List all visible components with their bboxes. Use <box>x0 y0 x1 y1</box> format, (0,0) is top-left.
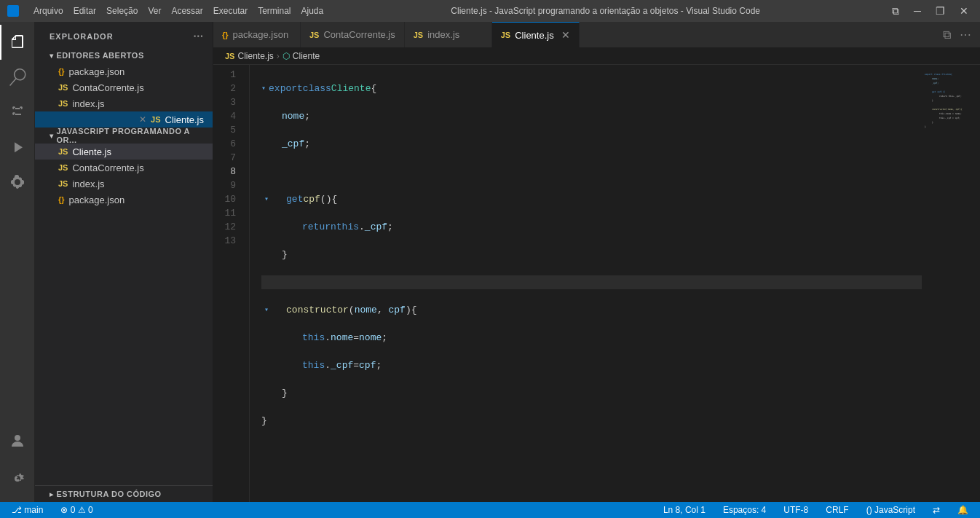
open-editor-index[interactable]: JS index.js <box>35 95 213 111</box>
warning-icon: ⚠ <box>78 505 86 515</box>
tab-bar: {} package.json JS ContaCorrente.js JS i… <box>213 22 980 47</box>
close-icon[interactable]: ✕ <box>139 114 146 125</box>
sidebar-file-contacorrente[interactable]: JS ContaCorrente.js <box>35 160 213 176</box>
status-format-icon[interactable]: ⇄ <box>930 505 943 515</box>
activity-explorer[interactable] <box>0 25 35 60</box>
status-encoding[interactable]: UTF-8 <box>781 505 811 515</box>
status-errors[interactable]: ⊗ 0 ⚠ 0 <box>58 505 95 515</box>
sidebar-file-index[interactable]: JS index.js <box>35 176 213 192</box>
project-arrow: ▾ <box>50 132 54 140</box>
activity-settings[interactable] <box>0 461 35 496</box>
menu-selecao[interactable]: Seleção <box>106 6 138 16</box>
tab-index[interactable]: JS index.js <box>405 22 492 47</box>
code-editor[interactable]: 1 2 3 4 5 6 7 8 9 10 11 12 13 ▾export cl… <box>213 65 980 502</box>
tab-contacorrente[interactable]: JS ContaCorrente.js <box>301 22 405 47</box>
svg-point-0 <box>15 435 20 441</box>
svg-text:nome;: nome; <box>932 77 938 80</box>
breadcrumb-file[interactable]: Cliente.js <box>237 51 273 61</box>
window-controls: ⧉ ─ ❐ ✕ <box>888 4 973 19</box>
code-content[interactable]: ▾export class Cliente{ nome; _cpf; ▾get … <box>250 65 922 502</box>
js-icon: JS <box>58 83 68 92</box>
tab-label: Cliente.js <box>515 30 553 41</box>
sidebar-header-right: ⋯ <box>193 31 204 42</box>
menu-ver[interactable]: Ver <box>148 6 161 16</box>
menu-executar[interactable]: Executar <box>213 6 248 16</box>
project-section[interactable]: ▾ JAVASCRIPT PROGRAMANDO A OR... <box>35 127 213 144</box>
svg-text:get cpf(){: get cpf(){ <box>932 90 945 93</box>
more-actions-icon[interactable]: ⋯ <box>957 26 974 43</box>
minimize-button[interactable]: ─ <box>909 4 925 19</box>
activity-accounts[interactable] <box>0 423 35 458</box>
svg-text:this._cpf = cpf;: this._cpf = cpf; <box>939 117 960 119</box>
file-label: ContaCorrente.js <box>72 162 143 173</box>
ln-13: 13 <box>213 234 243 248</box>
file-label: Cliente.js <box>72 146 111 157</box>
sidebar: EXPLORADOR ⋯ ▾ EDITORES ABERTOS {} packa… <box>35 22 213 502</box>
open-editor-package-json[interactable]: {} package.json <box>35 63 213 79</box>
file-label: index.js <box>72 178 104 189</box>
status-git[interactable]: ⎇ main <box>9 505 46 515</box>
structure-label: ESTRUTURA DO CÓDIGO <box>57 490 162 498</box>
open-editor-cliente[interactable]: ✕ JS Cliente.js <box>35 111 213 127</box>
status-line-ending[interactable]: CRLF <box>823 505 851 515</box>
fold-5[interactable]: ▾ <box>261 192 269 206</box>
status-language[interactable]: () JavaScript <box>864 505 918 515</box>
close-button[interactable]: ✕ <box>955 4 973 19</box>
tab-label: index.js <box>427 29 459 40</box>
code-line-4 <box>261 165 922 178</box>
ln-12: 12 <box>213 220 243 234</box>
js-icon: JS <box>58 147 68 156</box>
activity-bar-bottom <box>0 423 35 502</box>
status-spaces[interactable]: Espaços: 4 <box>720 505 769 515</box>
file-label: package.json <box>69 195 125 205</box>
ln-9: 9 <box>213 178 243 192</box>
tab-package-json[interactable]: {} package.json <box>213 22 301 47</box>
code-line-2: nome; <box>261 109 922 123</box>
breadcrumb-class[interactable]: Cliente <box>293 51 320 61</box>
code-line-13: } <box>261 414 922 428</box>
code-line-10: this.nome = nome; <box>261 331 922 345</box>
error-icon: ⊗ <box>60 505 68 515</box>
ln-11: 11 <box>213 206 243 220</box>
activity-search[interactable] <box>0 60 35 95</box>
maximize-button[interactable]: ❐ <box>931 4 949 19</box>
js-tab-icon: JS <box>309 31 319 39</box>
split-editor-button[interactable]: ⧉ <box>940 27 954 43</box>
activity-extensions[interactable] <box>0 165 35 200</box>
tab-cliente[interactable]: JS Cliente.js ✕ <box>492 22 580 47</box>
status-bell-icon[interactable]: 🔔 <box>955 505 971 515</box>
menu-terminal[interactable]: Terminal <box>258 6 291 16</box>
menu-editar[interactable]: Editar <box>74 6 96 16</box>
status-bar: ⎇ main ⊗ 0 ⚠ 0 Ln 8, Col 1 Espaços: 4 UT… <box>0 502 980 518</box>
svg-text:constructor(nome, cpf){: constructor(nome, cpf){ <box>932 108 963 111</box>
js-icon: JS <box>58 163 68 172</box>
split-editor-icon[interactable]: ⧉ <box>888 4 904 19</box>
sidebar-header: EXPLORADOR ⋯ <box>35 22 213 47</box>
structure-title[interactable]: ▸ ESTRUTURA DO CÓDIGO <box>35 486 213 502</box>
menu-ajuda[interactable]: Ajuda <box>301 6 324 16</box>
menu-arquivo[interactable]: Arquivo <box>33 6 63 16</box>
titlebar-left: Arquivo Editar Seleção Ver Acessar Execu… <box>7 5 323 17</box>
open-editor-contacorrente[interactable]: JS ContaCorrente.js <box>35 79 213 95</box>
menu-acessar[interactable]: Acessar <box>171 6 202 16</box>
file-label: package.json <box>69 66 125 77</box>
sidebar-file-package[interactable]: {} package.json <box>35 192 213 208</box>
code-line-7: } <box>261 248 922 262</box>
fold-9[interactable]: ▾ <box>261 303 269 317</box>
breadcrumb-sep: › <box>277 51 280 61</box>
tab-close-icon[interactable]: ✕ <box>561 29 570 41</box>
svg-text:}: } <box>925 125 926 128</box>
activity-run[interactable] <box>0 130 35 165</box>
status-position[interactable]: Ln 8, Col 1 <box>660 505 708 515</box>
json-tab-icon: {} <box>222 31 229 39</box>
new-file-icon[interactable]: ⋯ <box>193 31 204 42</box>
open-editors-section[interactable]: ▾ EDITORES ABERTOS <box>35 47 213 63</box>
js-icon: JS <box>151 115 160 124</box>
open-editors-label: EDITORES ABERTOS <box>57 51 144 60</box>
sidebar-file-cliente[interactable]: JS Cliente.js <box>35 144 213 160</box>
vscode-icon <box>7 5 19 17</box>
ln-8: 8 <box>213 165 243 178</box>
ln-7: 7 <box>213 151 243 165</box>
fold-1[interactable]: ▾ <box>261 82 266 95</box>
activity-source-control[interactable] <box>0 95 35 130</box>
